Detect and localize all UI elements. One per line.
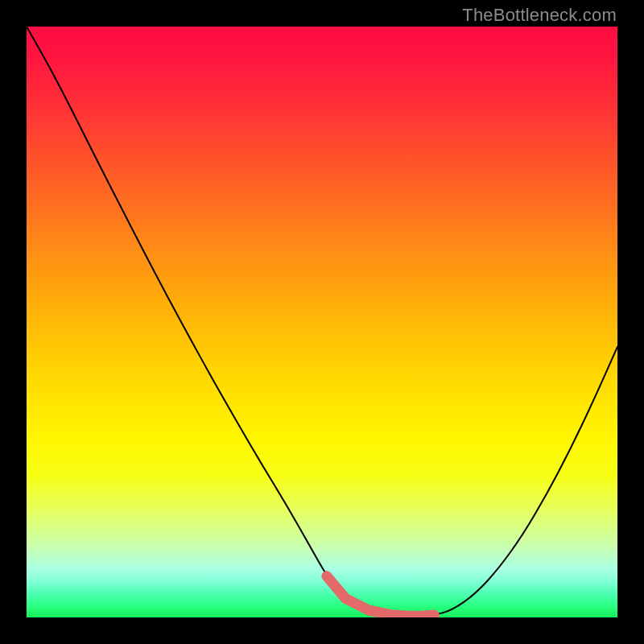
bottleneck-curve — [27, 27, 617, 616]
curve-svg — [27, 27, 617, 617]
attribution-text: TheBottleneck.com — [462, 5, 617, 26]
plot-area — [27, 27, 617, 617]
sweet-spot-highlight — [327, 576, 435, 617]
chart-stage: TheBottleneck.com — [0, 0, 644, 644]
